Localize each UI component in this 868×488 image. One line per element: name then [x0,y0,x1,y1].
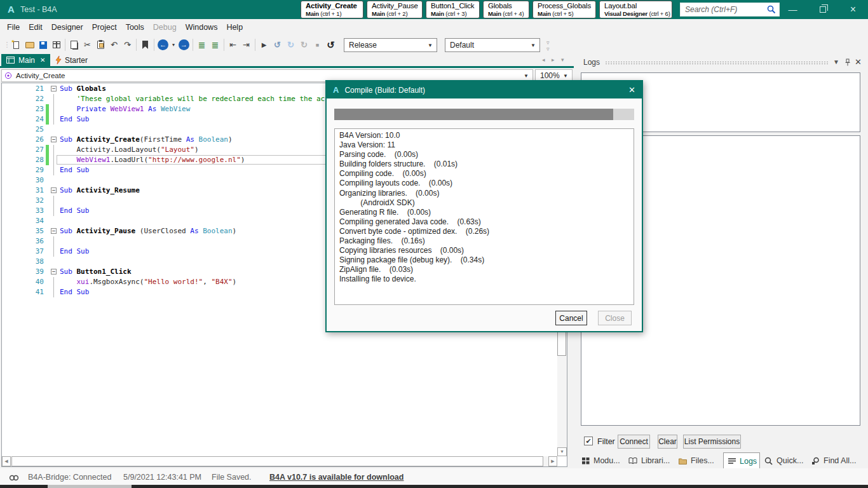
panel-tab-logs[interactable]: Logs [723,452,760,469]
navigate-forward-icon[interactable]: → [178,39,190,51]
indent-icon[interactable]: ≣ [196,39,208,51]
cut-icon[interactable]: ✂ [81,39,93,51]
toolbar-separator [255,39,255,51]
new-project-icon[interactable]: ✶ [10,39,22,51]
toolbar-overflow-icon[interactable]: ▿▿ [546,39,550,52]
bridge-icon [9,474,19,482]
package-icon[interactable] [50,39,62,51]
line-number: 30 [2,175,44,186]
logs-icon [728,458,736,464]
compile-log-line: Copying libraries resources (0.00s) [339,246,629,255]
line-number: 28 [2,155,44,165]
quick-tab-process-globals[interactable]: Process_Globals Main (ctrl + 5) [532,1,596,18]
hscroll-thumb[interactable] [11,456,543,466]
panel-close-icon[interactable]: ✕ [855,57,862,67]
close-button[interactable]: × [839,0,867,19]
fold-collapse-icon[interactable]: − [51,137,57,142]
horizontal-scrollbar[interactable]: ◀ ▶ [2,456,557,466]
run-icon[interactable]: ▶ [258,39,270,51]
menu-help[interactable]: Help [222,20,247,34]
rebuild-icon[interactable]: ↺ [325,39,337,51]
panel-tab-quick-search[interactable]: Quick... [764,452,803,469]
menu-debug[interactable]: Debug [149,20,181,34]
file-status: File Saved. [212,473,252,482]
panel-tab-files[interactable]: Files... [679,452,714,469]
deploy-config-combo[interactable]: Default▼ [445,38,540,52]
app-logo: A [8,4,15,15]
filter-checkbox[interactable]: ✔ [584,437,593,445]
minimize-button[interactable]: — [778,0,807,19]
quick-tab-button1-click[interactable]: Button1_Click Main (ctrl + 3) [426,1,480,18]
copy-icon[interactable] [68,39,80,51]
taskbar-strip [0,485,868,488]
clear-button[interactable]: Clear [658,435,677,449]
outdent-icon[interactable]: ≣ [209,39,221,51]
stop-icon[interactable]: ■ [311,39,323,51]
menu-file[interactable]: File [3,20,24,34]
open-project-icon[interactable] [24,39,36,51]
quick-tab-activity-create[interactable]: Activity_Create Main (ctrl + 1) [301,1,363,18]
redo-icon[interactable]: ↷ [121,39,133,51]
line-number: 22 [2,94,44,104]
bookmark-icon[interactable] [139,39,151,51]
paste-icon[interactable] [95,39,107,51]
window-title: Test - B4A [20,5,57,14]
line-number: 34 [2,216,44,226]
list-permissions-button[interactable]: List Permissions [683,435,741,449]
navigate-back-icon[interactable]: ← [157,39,169,51]
build-config-combo[interactable]: Release▼ [344,38,437,52]
dialog-header[interactable]: A Compile (Build: Default) ✕ [327,81,642,98]
tab-scroll-arrows[interactable]: ◂ ▸ ▾ [542,57,567,63]
scroll-down-icon[interactable]: ▼ [557,447,567,456]
tab-close-icon[interactable]: ✕ [40,57,45,64]
fold-collapse-icon[interactable]: − [51,269,57,274]
menu-designer[interactable]: Designer [47,20,88,34]
line-number: 29 [2,165,44,175]
update-link[interactable]: B4A v10.7 is available for download [269,473,403,482]
compile-log-line: Compiling layouts code. (0.00s) [339,179,629,188]
quick-tab-globals[interactable]: Globals Main (ctrl + 4) [483,1,529,18]
resume-icon[interactable]: ↺ [271,39,283,51]
search-placeholder: Search (Ctrl+F) [681,5,767,14]
code-text: Sub Activity_Pause (UserClosed As Boolea… [60,226,236,236]
code-text: End Sub [60,287,89,297]
step-into-icon[interactable]: ↻ [285,39,297,51]
panel-tab-modules[interactable]: Modu... [582,452,620,469]
panel-tab-find-all[interactable]: Find All... [811,452,856,469]
dialog-close-icon[interactable]: ✕ [628,85,635,95]
scroll-right-icon[interactable]: ▶ [548,456,557,466]
compile-log-line: Installing file to device. [339,274,629,284]
panel-tab-libraries[interactable]: Librari... [628,452,670,469]
save-icon[interactable] [37,39,49,51]
pin-icon[interactable] [844,58,851,67]
back-history-caret-icon[interactable]: ▾ [170,39,177,51]
menu-project[interactable]: Project [88,20,121,34]
tab-main[interactable]: Main ✕ [1,54,50,66]
scroll-left-icon[interactable]: ◀ [2,456,11,466]
tab-starter[interactable]: Starter [50,54,93,66]
fold-collapse-icon[interactable]: − [51,86,57,92]
uncomment-icon[interactable]: ⇥ [240,39,252,51]
menu-tools[interactable]: Tools [121,20,149,34]
comment-icon[interactable]: ⇤ [227,39,239,51]
compile-log-line: Java Version: 11 [339,140,629,150]
maximize-button[interactable] [808,0,837,19]
find-all-icon [811,457,820,465]
line-number: 41 [2,287,44,297]
toolbar-grip[interactable]: ⋮ [4,39,9,51]
cancel-button[interactable]: Cancel [555,311,587,325]
search-input[interactable]: Search (Ctrl+F) [680,3,780,17]
fold-collapse-icon[interactable]: − [51,228,57,234]
menu-edit[interactable]: Edit [24,20,47,34]
step-over-icon[interactable]: ↻ [298,39,310,51]
line-number: 36 [2,236,44,247]
quick-tab-layout-bal[interactable]: Layout.bal Visual Designer (ctrl + 6) [599,1,672,18]
fold-collapse-icon[interactable]: − [51,187,57,193]
quick-tab-activity-pause[interactable]: Activity_Pause Main (ctrl + 2) [367,1,423,18]
menu-windows[interactable]: Windows [181,20,222,34]
compile-log-line: Compiling code. (0.00s) [339,169,629,179]
connect-button[interactable]: Connect [618,435,650,449]
panel-menu-icon[interactable]: ▼ [833,58,839,65]
undo-icon[interactable]: ↶ [108,39,120,51]
close-button-dialog[interactable]: Close [598,311,632,325]
